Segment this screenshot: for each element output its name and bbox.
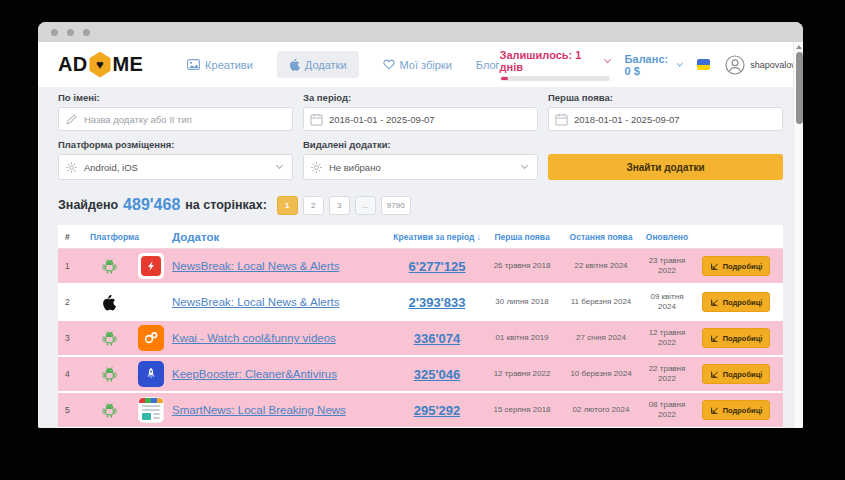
filters-row-2: Платформа розміщення: Android, iOS Видал… (58, 139, 783, 180)
deleted-apps-select[interactable]: Не вибрано (303, 154, 538, 180)
last-seen-date: 11 березня 2024 (557, 297, 645, 307)
nav-item-apps[interactable]: Додатки (277, 51, 359, 78)
updated-date: 09 квітня 2024 (645, 292, 689, 312)
nav-label: Креативи (205, 59, 253, 71)
avatar-icon (725, 55, 745, 75)
heart-icon: ♥ (96, 58, 104, 71)
details-button[interactable]: Подробиці (702, 400, 771, 420)
app-name-link[interactable]: SmartNews: Local Breaking News (172, 404, 346, 416)
first-seen-date: 30 липня 2018 (487, 297, 557, 307)
app-icon-smartnews (138, 397, 164, 423)
nav-label: Мої збірки (400, 59, 452, 71)
scrollbar-thumb[interactable] (796, 52, 803, 124)
col-number: # (58, 232, 88, 242)
details-button[interactable]: Подробиці (702, 328, 771, 348)
updated-date: 22 травня 2022 (645, 364, 689, 384)
col-creatives-sortable[interactable]: Креативи за період ↓ (387, 232, 487, 242)
col-first-seen[interactable]: Перша поява (487, 232, 557, 242)
creatives-count-link[interactable]: 6'277'125 (409, 259, 466, 274)
deleted-apps-value: Не вибрано (329, 162, 517, 173)
details-button[interactable]: Подробиці (702, 364, 771, 384)
window-minimize-button[interactable] (67, 29, 74, 36)
platform-value: Android, iOS (84, 162, 272, 173)
android-icon (102, 366, 117, 383)
adme-logo[interactable]: AD ♥ ME (58, 52, 143, 78)
app-name-link[interactable]: NewsBreak: Local News & Alerts (172, 260, 339, 272)
pagination: 1 2 3 ... 9790 (277, 196, 411, 215)
page-button-3[interactable]: 3 (329, 196, 350, 215)
creatives-count-link[interactable]: 336'074 (414, 331, 460, 346)
nav-label: Блог (476, 59, 500, 71)
page-button-1[interactable]: 1 (277, 196, 298, 215)
creatives-count-link[interactable]: 2'393'833 (409, 295, 466, 310)
main-nav: Креативи Додатки Мої збірки Блог (187, 51, 500, 78)
nav-item-blog[interactable]: Блог (476, 59, 500, 71)
gear-icon (304, 161, 329, 174)
window-zoom-button[interactable] (83, 29, 90, 36)
nav-item-creatives[interactable]: Креативи (187, 59, 253, 71)
pencil-icon (59, 113, 84, 126)
details-button[interactable]: Подробиці (702, 256, 771, 276)
updated-date: 12 травня 2022 (645, 328, 689, 348)
chart-arrow-icon (710, 406, 719, 415)
table-row[interactable]: 4 KeepBooster: Cleaner&Antivirus 325'046… (58, 357, 783, 393)
updated-date: 23 травня 2022 (645, 256, 689, 276)
pages-label: на сторінках: (185, 198, 267, 212)
col-updated[interactable]: Оновлено (645, 232, 689, 242)
results-summary: Знайдено 489'468 на сторінках: 1 2 3 ...… (58, 193, 783, 217)
app-name-link[interactable]: Kwai - Watch cool&funny videos (172, 332, 336, 344)
android-icon (102, 402, 117, 419)
table-row[interactable]: 5 SmartNews: Local Breaking News 295'292 (58, 393, 783, 428)
balance-menu[interactable]: Баланс: 0 $ (625, 53, 682, 77)
ukraine-flag-icon[interactable] (697, 59, 711, 70)
filters-row-1: По імені: За період: 2018-01-01 - 2025-0… (58, 92, 783, 131)
details-button[interactable]: Подробиці (702, 292, 771, 312)
app-name-link[interactable]: NewsBreak: Local News & Alerts (172, 296, 339, 308)
table-row[interactable]: 3 Kwai - Watch cool&funny videos 336'074… (58, 321, 783, 357)
page-button-last[interactable]: 9790 (381, 196, 411, 215)
window-titlebar (38, 22, 803, 42)
creatives-count-link[interactable]: 325'046 (414, 367, 460, 382)
creatives-count-link[interactable]: 295'292 (414, 403, 460, 418)
table-row[interactable]: 2 NewsBreak: Local News & Alerts 2'393'8… (58, 285, 783, 321)
image-icon (187, 59, 200, 70)
chevron-down-icon (521, 162, 528, 169)
chart-arrow-icon (710, 262, 719, 271)
page-button-2[interactable]: 2 (303, 196, 324, 215)
progress-fill (501, 77, 508, 80)
remaining-progress-bar (500, 76, 610, 81)
table-row[interactable]: 1 NewsBreak: Local News & Alerts 6'277'1… (58, 249, 783, 285)
app-name-input[interactable] (84, 114, 292, 125)
app-icon-kwai (138, 325, 164, 351)
first-seen-date: 01 квітня 2019 (487, 333, 557, 343)
sort-desc-icon: ↓ (476, 232, 480, 242)
scroll-up-icon[interactable] (796, 45, 802, 49)
last-seen-date: 02 лютого 2024 (557, 405, 645, 415)
nav-item-collections[interactable]: Мої збірки (383, 59, 452, 71)
period-date-range-input[interactable]: 2018-01-01 - 2025-09-07 (303, 107, 538, 131)
window-close-button[interactable] (51, 29, 58, 36)
period-label: За період: (303, 92, 538, 104)
user-menu[interactable]: shapovalowa_ad (725, 55, 803, 75)
period-value: 2018-01-01 - 2025-09-07 (329, 114, 537, 125)
browser-window: AD ♥ ME Креативи Додатки Мої збірки (38, 22, 803, 428)
row-number: 4 (58, 369, 88, 379)
subscription-remaining[interactable]: Залишилось: 1 днів (500, 49, 610, 81)
chevron-down-icon (676, 60, 682, 66)
platform-select[interactable]: Android, iOS (58, 154, 293, 180)
first-seen-date-range-input[interactable]: 2018-01-01 - 2025-09-07 (548, 107, 783, 131)
calendar-icon (549, 113, 574, 126)
page-ellipsis: ... (355, 196, 376, 215)
logo-text-right: ME (113, 53, 144, 76)
app-name-link[interactable]: KeepBooster: Cleaner&Antivirus (172, 368, 337, 380)
remaining-label: Залишилось: 1 днів (500, 49, 600, 73)
row-number: 1 (58, 261, 88, 271)
app-icon-newsbreak (138, 253, 164, 279)
header-right-cluster: Залишилось: 1 днів Баланс: 0 $ shapovalo… (500, 49, 803, 81)
table-header: # Платформа Додаток Креативи за період ↓… (58, 225, 783, 249)
find-apps-button[interactable]: Знайти додатки (548, 154, 783, 180)
screen-background: AD ♥ ME Креативи Додатки Мої збірки (0, 0, 845, 480)
col-last-seen[interactable]: Остання поява (557, 232, 645, 242)
window-scrollbar[interactable] (793, 42, 803, 428)
app-icon-keepbooster (138, 361, 164, 387)
